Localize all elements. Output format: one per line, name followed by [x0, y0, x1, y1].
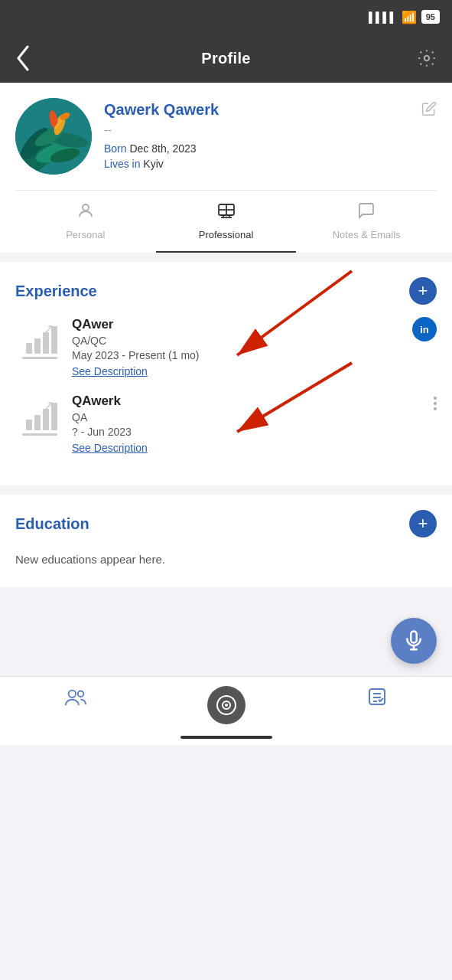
svg-point-0 [424, 56, 430, 61]
profile-name: Qawerk Qawerk [104, 101, 409, 119]
profile-card: Qawerk Qawerk -- Born Dec 8th, 2023 Live… [0, 83, 452, 253]
back-button[interactable] [15, 45, 43, 71]
nav-contacts[interactable] [0, 686, 151, 712]
svg-point-26 [77, 691, 83, 697]
exp-link-1[interactable]: See Description [72, 365, 148, 377]
add-education-button[interactable]: + [409, 510, 437, 537]
education-empty: New educations appear here. [15, 550, 437, 572]
header: Profile [0, 34, 452, 83]
exp-content-2: QAwerk QA ? - Jun 2023 See Description [72, 394, 423, 455]
linkedin-badge-1[interactable]: in [412, 317, 437, 341]
exp-dates-1: May 2023 - Present (1 mo) [72, 349, 402, 361]
tab-personal[interactable]: Personal [15, 191, 156, 253]
lives-city: Kyiv [143, 158, 163, 170]
add-experience-button[interactable]: + [409, 277, 437, 305]
personal-icon [76, 201, 95, 224]
exp-content-1: QAwer QA/QC May 2023 - Present (1 mo) Se… [72, 317, 402, 378]
gap-2 [0, 485, 452, 495]
svg-point-11 [83, 204, 89, 211]
exp-menu-button-2[interactable] [434, 394, 437, 410]
exp-role-2: QA [72, 411, 423, 423]
tab-notes-label: Notes & Emails [333, 229, 401, 240]
edit-button[interactable] [421, 101, 437, 120]
tab-professional-label: Professional [199, 229, 254, 240]
svg-point-29 [225, 704, 228, 707]
tab-personal-label: Personal [66, 229, 105, 240]
education-title: Education [15, 515, 89, 533]
tasks-icon [366, 686, 388, 712]
status-icons: ▌▌▌▌ 📶 95 [369, 10, 440, 24]
battery-indicator: 95 [421, 10, 440, 24]
experience-header: Experience + [15, 277, 437, 305]
exp-role-1: QA/QC [72, 335, 402, 347]
svg-point-25 [68, 691, 75, 697]
professional-icon [217, 201, 236, 224]
contacts-icon [64, 686, 87, 712]
profile-subtitle: -- [104, 123, 409, 136]
fab-container [0, 587, 452, 676]
born-label: Born [104, 142, 127, 155]
exp-item-1: ↗ QAwer QA/QC May 2023 - Present (1 mo) … [15, 317, 437, 378]
nav-home[interactable] [151, 686, 301, 724]
settings-button[interactable] [409, 48, 437, 68]
exp-icon-1: ↗ [15, 317, 61, 363]
wifi-icon: 📶 [402, 10, 417, 24]
profile-info: Qawerk Qawerk -- Born Dec 8th, 2023 Live… [104, 98, 409, 170]
mic-fab[interactable] [391, 618, 437, 664]
bottom-nav [0, 676, 452, 745]
exp-link-2[interactable]: See Description [72, 442, 148, 454]
gap-1 [0, 253, 452, 262]
notes-icon [357, 201, 376, 224]
home-icon [207, 686, 246, 724]
status-bar: ▌▌▌▌ 📶 95 [0, 0, 452, 34]
born-date: Dec 8th, 2023 [129, 142, 196, 155]
experience-section: Experience + ↗ QAwer QA/QC May 2023 - Pr… [0, 262, 452, 485]
exp-dates-2: ? - Jun 2023 [72, 426, 423, 438]
profile-lives: Lives in Kyiv [104, 158, 409, 170]
profile-top: Qawerk Qawerk -- Born Dec 8th, 2023 Live… [15, 98, 437, 190]
experience-title: Experience [15, 283, 97, 300]
tab-notes[interactable]: Notes & Emails [296, 191, 437, 253]
avatar[interactable] [15, 98, 92, 175]
svg-rect-22 [411, 632, 417, 643]
lives-label: Lives in [104, 158, 140, 170]
education-section: Education + New educations appear here. [0, 495, 452, 587]
page-title: Profile [201, 50, 250, 67]
home-indicator [180, 736, 272, 739]
exp-company-2: QAwerk [72, 394, 423, 409]
exp-company-1: QAwer [72, 317, 402, 332]
education-header: Education + [15, 510, 437, 537]
exp-icon-2: ↗ [15, 394, 61, 439]
nav-tasks[interactable] [301, 686, 452, 712]
signal-icon: ▌▌▌▌ [369, 11, 397, 23]
tab-professional[interactable]: Professional [156, 191, 297, 253]
profile-born: Born Dec 8th, 2023 [104, 142, 409, 155]
tabs: Personal Professional Notes [15, 190, 437, 253]
exp-item-2: ↗ QAwerk QA ? - Jun 2023 See Description [15, 394, 437, 455]
